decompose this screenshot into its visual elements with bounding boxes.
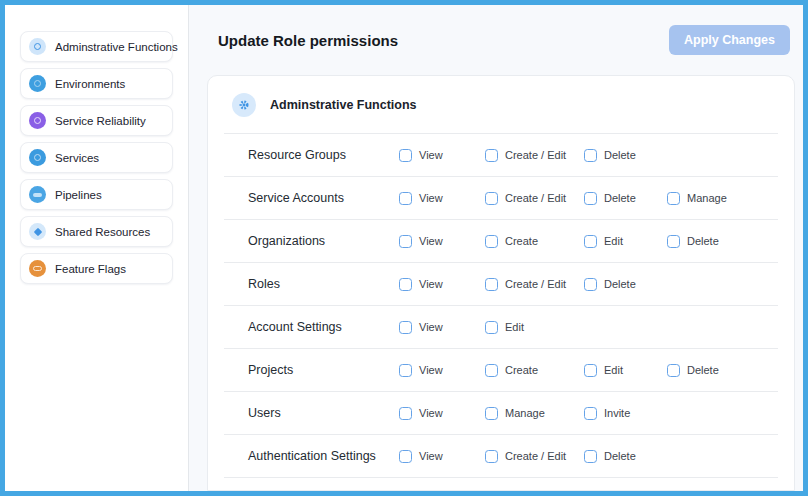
sidebar-item-pipelines[interactable]: Pipelines bbox=[20, 179, 173, 210]
checkbox-label: View bbox=[419, 450, 443, 462]
checkbox-view[interactable] bbox=[399, 407, 412, 420]
permission-option-view[interactable]: View bbox=[399, 192, 485, 205]
globe-icon bbox=[29, 75, 46, 92]
gear-icon bbox=[29, 38, 46, 55]
checkbox-create[interactable] bbox=[485, 364, 498, 377]
permission-option-view[interactable]: View bbox=[399, 278, 485, 291]
permission-option-view[interactable]: View bbox=[399, 149, 485, 162]
checkbox-edit[interactable] bbox=[584, 364, 597, 377]
checkbox-label: Delete bbox=[604, 278, 636, 290]
sidebar-item-shared-resources[interactable]: Shared Resources bbox=[20, 216, 173, 247]
flag-icon bbox=[29, 260, 46, 277]
permission-option-view[interactable]: View bbox=[399, 235, 485, 248]
permission-option-create[interactable]: Create bbox=[485, 235, 584, 248]
page-title: Update Role permissions bbox=[218, 32, 398, 49]
icon-glyph bbox=[33, 266, 42, 271]
permission-option-create[interactable]: Create bbox=[485, 364, 584, 377]
checkbox-view[interactable] bbox=[399, 450, 412, 463]
sidebar-item-services[interactable]: Services bbox=[20, 142, 173, 173]
icon-glyph bbox=[33, 227, 41, 235]
sidebar-item-environments[interactable]: Environments bbox=[20, 68, 173, 99]
checkbox-label: Edit bbox=[604, 235, 623, 247]
sidebar-item-label: Shared Resources bbox=[55, 226, 150, 238]
checkbox-view[interactable] bbox=[399, 364, 412, 377]
checkbox-delete[interactable] bbox=[584, 192, 597, 205]
checkbox-create[interactable] bbox=[485, 235, 498, 248]
checkbox-view[interactable] bbox=[399, 321, 412, 334]
permission-option-edit[interactable]: Edit bbox=[485, 321, 584, 334]
permission-option-delete[interactable]: Delete bbox=[584, 192, 667, 205]
permission-option-delete[interactable]: Delete bbox=[667, 364, 794, 377]
shield-icon bbox=[29, 112, 46, 129]
checkbox-delete[interactable] bbox=[584, 149, 597, 162]
permission-option-view[interactable]: View bbox=[399, 407, 485, 420]
checkbox-view[interactable] bbox=[399, 192, 412, 205]
permission-row-users: Users ViewManageInvite bbox=[208, 392, 794, 434]
checkbox-delete[interactable] bbox=[667, 364, 680, 377]
checkbox-label: Delete bbox=[604, 450, 636, 462]
sidebar-item-feature-flags[interactable]: Feature Flags bbox=[20, 253, 173, 284]
checkbox-label: Edit bbox=[604, 364, 623, 376]
permission-option-delete[interactable]: Delete bbox=[584, 278, 667, 291]
checkbox-label: Delete bbox=[604, 192, 636, 204]
checkbox-view[interactable] bbox=[399, 235, 412, 248]
permission-row-organizations: Organizations ViewCreateEditDelete bbox=[208, 220, 794, 262]
icon-glyph bbox=[33, 193, 42, 197]
permission-option-delete[interactable]: Delete bbox=[584, 149, 667, 162]
permission-option-edit[interactable]: Edit bbox=[584, 364, 667, 377]
permission-option-manage[interactable]: Manage bbox=[485, 407, 584, 420]
permission-option-delete[interactable]: Delete bbox=[584, 450, 667, 463]
permission-option-edit[interactable]: Edit bbox=[584, 235, 667, 248]
sidebar-item-label: Pipelines bbox=[55, 189, 102, 201]
checkbox-edit[interactable] bbox=[584, 235, 597, 248]
permission-row-user-groups: User Groups ViewManage bbox=[208, 478, 794, 491]
permission-option-view[interactable]: View bbox=[399, 321, 485, 334]
permissions-list: Resource Groups ViewCreate / EditDelete … bbox=[208, 133, 794, 491]
permission-option-create-edit[interactable]: Create / Edit bbox=[485, 192, 584, 205]
checkbox-label: Create / Edit bbox=[505, 192, 566, 204]
checkbox-manage[interactable] bbox=[485, 407, 498, 420]
checkbox-create-edit[interactable] bbox=[485, 278, 498, 291]
checkbox-label: View bbox=[419, 149, 443, 161]
sidebar-item-adminstrative-functions[interactable]: Adminstrative Functions bbox=[20, 31, 173, 62]
checkbox-view[interactable] bbox=[399, 149, 412, 162]
checkbox-label: Edit bbox=[505, 321, 524, 333]
checkbox-create-edit[interactable] bbox=[485, 149, 498, 162]
checkbox-label: View bbox=[419, 235, 443, 247]
checkbox-create-edit[interactable] bbox=[485, 450, 498, 463]
checkbox-manage[interactable] bbox=[667, 192, 680, 205]
checkbox-label: Manage bbox=[505, 407, 545, 419]
apply-changes-button[interactable]: Apply Changes bbox=[669, 25, 790, 55]
checkbox-label: View bbox=[419, 364, 443, 376]
checkbox-invite[interactable] bbox=[584, 407, 597, 420]
icon-glyph bbox=[34, 80, 41, 87]
sidebar-item-service-reliability[interactable]: Service Reliability bbox=[20, 105, 173, 136]
checkbox-delete[interactable] bbox=[584, 450, 597, 463]
permission-row-label: Authentication Settings bbox=[248, 449, 399, 463]
main-content: Update Role permissions Apply Changes Ad… bbox=[189, 5, 803, 491]
permission-row-resource-groups: Resource Groups ViewCreate / EditDelete bbox=[208, 134, 794, 176]
sidebar-item-label: Service Reliability bbox=[55, 115, 146, 127]
permission-row-roles: Roles ViewCreate / EditDelete bbox=[208, 263, 794, 305]
checkbox-edit[interactable] bbox=[485, 321, 498, 334]
permissions-panel: Adminstrative Functions Resource Groups … bbox=[207, 75, 795, 491]
checkbox-create-edit[interactable] bbox=[485, 192, 498, 205]
permission-option-create-edit[interactable]: Create / Edit bbox=[485, 450, 584, 463]
permission-option-view[interactable]: View bbox=[399, 364, 485, 377]
permission-option-create-edit[interactable]: Create / Edit bbox=[485, 278, 584, 291]
permission-option-view[interactable]: View bbox=[399, 450, 485, 463]
checkbox-view[interactable] bbox=[399, 278, 412, 291]
permission-option-delete[interactable]: Delete bbox=[667, 235, 794, 248]
permission-option-invite[interactable]: Invite bbox=[584, 407, 667, 420]
checkbox-label: Manage bbox=[687, 192, 727, 204]
checkbox-delete[interactable] bbox=[584, 278, 597, 291]
sidebar-item-label: Adminstrative Functions bbox=[55, 41, 178, 53]
checkbox-delete[interactable] bbox=[667, 235, 680, 248]
diamond-icon bbox=[29, 223, 46, 240]
permission-option-manage[interactable]: Manage bbox=[667, 192, 794, 205]
permission-row-label: Organizations bbox=[248, 234, 399, 248]
permission-option-create-edit[interactable]: Create / Edit bbox=[485, 149, 584, 162]
sidebar-item-label: Environments bbox=[55, 78, 125, 90]
permission-row-label: Service Accounts bbox=[248, 191, 399, 205]
checkbox-label: Delete bbox=[687, 364, 719, 376]
